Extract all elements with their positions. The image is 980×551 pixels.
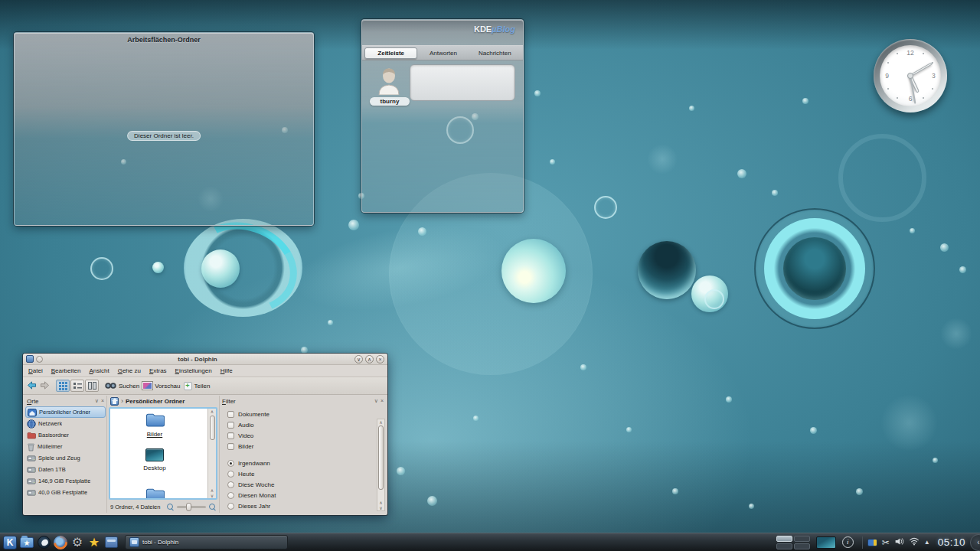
scroll-up-arrow[interactable]: ∧ <box>379 419 382 425</box>
filter-checkbox-dokumente[interactable]: Dokumente <box>227 409 384 419</box>
maximize-button[interactable]: ∧ <box>365 355 374 364</box>
klipper-scissors-icon[interactable]: ✂ <box>882 538 890 547</box>
filemanager-launcher[interactable] <box>103 535 119 550</box>
menu-einstellungen[interactable]: Einstellungen <box>175 367 212 374</box>
window-menu-button[interactable] <box>36 356 43 363</box>
places-float-button[interactable]: ∨ <box>95 398 99 404</box>
places-item-spiele-und-zeug[interactable]: Spiele und Zeug <box>25 452 106 464</box>
tray-app-icon[interactable] <box>867 539 877 546</box>
forward-button[interactable] <box>40 381 50 391</box>
menu-ansicht[interactable]: Ansicht <box>89 367 109 374</box>
zoom-in-icon[interactable] <box>209 504 216 510</box>
places-item-basisordner[interactable]: Basisordner <box>25 429 106 441</box>
places-item-festplatte-40[interactable]: 40,0 GiB Festplatte <box>25 487 106 498</box>
notifications-icon[interactable]: i <box>842 536 854 548</box>
radio[interactable] <box>227 492 234 499</box>
pager-desktop-1[interactable] <box>776 536 792 542</box>
checkbox[interactable] <box>227 443 234 450</box>
checkbox[interactable] <box>227 411 234 418</box>
minimize-button[interactable]: ∨ <box>354 355 363 364</box>
pager-desktop-2[interactable] <box>794 536 810 542</box>
scroll-up-arrow[interactable]: ∧ <box>211 409 214 414</box>
kstars-launcher[interactable]: ★ <box>87 535 102 550</box>
kmenu-launcher[interactable]: K <box>2 535 18 550</box>
filter-scrollbar[interactable]: ∧ ∧ ∨ <box>377 419 385 511</box>
analog-clock-widget[interactable]: 12 3 6 9 <box>874 39 947 112</box>
zoom-out-icon[interactable] <box>167 504 174 510</box>
tab-nachrichten[interactable]: Nachrichten <box>469 48 521 58</box>
checkbox[interactable] <box>227 432 234 439</box>
icons-view-button[interactable] <box>56 380 70 392</box>
radio[interactable] <box>227 503 234 510</box>
tray-expand-icon[interactable]: ▲ <box>924 539 930 546</box>
places-item-daten-1tb[interactable]: Daten 1TB <box>25 464 106 475</box>
search-button[interactable]: Suchen <box>105 382 139 390</box>
file-view[interactable]: Bilder Desktop ∧ ∧ ∨ <box>109 407 217 500</box>
clock-number-3: 3 <box>932 72 936 80</box>
radio[interactable] <box>227 471 234 478</box>
network-wifi-icon[interactable] <box>909 536 920 549</box>
desktop-preview-thumbnail[interactable] <box>816 536 836 549</box>
filter-checkbox-audio[interactable]: Audio <box>227 419 384 430</box>
menu-hilfe[interactable]: Hilfe <box>220 367 233 374</box>
task-button-dolphin[interactable]: tobi - Dolphin <box>125 535 288 549</box>
fileview-scrollbar[interactable]: ∧ ∧ ∨ <box>207 409 216 498</box>
menu-bearbeiten[interactable]: Bearbeiten <box>51 367 81 374</box>
message-input[interactable] <box>410 64 515 101</box>
radio-selected[interactable] <box>227 460 234 467</box>
places-item-muelleimer[interactable]: Mülleimer <box>25 441 106 452</box>
back-button[interactable] <box>27 381 37 391</box>
preview-button[interactable]: Vorschau <box>142 382 180 390</box>
columns-view-button[interactable] <box>85 380 99 392</box>
checkbox[interactable] <box>227 422 234 429</box>
breadcrumb-root[interactable]: Persönlicher Ordner <box>126 398 185 405</box>
scroll-down-arrow[interactable]: ∨ <box>211 493 214 498</box>
filter-radio-dieses-jahr[interactable]: Dieses Jahr <box>227 500 384 511</box>
pager-desktop-3[interactable] <box>776 543 792 549</box>
filter-radio-diesen-monat[interactable]: Diesen Monat <box>227 490 384 500</box>
scroll-up-arrow2[interactable]: ∧ <box>379 500 382 505</box>
scroll-thumb[interactable] <box>378 425 384 490</box>
pager-desktop-4[interactable] <box>794 543 810 549</box>
systemsettings-launcher[interactable]: ⚙ <box>70 535 85 550</box>
scroll-thumb[interactable] <box>210 416 215 440</box>
details-view-button[interactable] <box>70 380 84 392</box>
filter-checkbox-video[interactable]: Video <box>227 430 384 441</box>
zoom-slider[interactable] <box>177 506 206 508</box>
zoom-slider-handle[interactable] <box>186 503 191 511</box>
file-item-clipped[interactable] <box>110 487 199 500</box>
file-item-bilder[interactable]: Bilder <box>110 412 199 438</box>
folder-view-empty-label: Dieser Ordner ist leer. <box>127 131 201 141</box>
filter-float-button[interactable]: ∨ <box>374 398 378 404</box>
panel-cashew[interactable]: ‹ <box>970 534 980 551</box>
menu-extras[interactable]: Extras <box>149 367 167 374</box>
places-item-festplatte-146[interactable]: 146,9 GiB Festplatte <box>25 475 106 487</box>
scroll-down-arrow[interactable]: ∨ <box>379 505 382 510</box>
file-item-desktop[interactable]: Desktop <box>110 448 199 471</box>
menu-gehe-zu[interactable]: Gehe zu <box>118 367 141 374</box>
share-button[interactable]: + Teilen <box>184 382 211 390</box>
places-item-netzwerk[interactable]: Netzwerk <box>25 418 106 429</box>
bubble <box>940 318 972 350</box>
places-item-persoenlicher-ordner[interactable]: Persönlicher Ordner <box>25 406 106 418</box>
folder-view-widget[interactable]: Arbeitsflächen-Ordner Dieser Ordner ist … <box>14 32 314 226</box>
filter-radio-heute[interactable]: Heute <box>227 468 384 479</box>
volume-icon[interactable] <box>894 536 904 549</box>
places-close-button[interactable]: × <box>101 398 104 404</box>
tab-zeitleiste[interactable]: Zeitleiste <box>364 47 417 59</box>
scroll-up-arrow2[interactable]: ∧ <box>211 487 214 493</box>
firefox-launcher[interactable] <box>53 535 68 550</box>
breadcrumb-home-icon[interactable] <box>110 397 119 406</box>
tab-antworten[interactable]: Antworten <box>417 48 469 58</box>
amarok-launcher[interactable] <box>36 535 51 550</box>
filter-checkbox-bilder[interactable]: Bilder <box>227 441 384 452</box>
titlebar[interactable]: tobi - Dolphin ∨ ∧ × <box>23 354 387 365</box>
menu-datei[interactable]: Datei <box>28 367 43 374</box>
filter-close-button[interactable]: × <box>381 398 384 404</box>
digital-clock[interactable]: 05:10 <box>938 536 965 548</box>
filter-radio-irgendwann[interactable]: Irgendwann <box>227 458 384 468</box>
filter-radio-diese-woche[interactable]: Diese Woche <box>227 479 384 490</box>
bookmarks-launcher[interactable]: ★ <box>19 535 34 550</box>
radio[interactable] <box>227 481 234 488</box>
close-button[interactable]: × <box>376 355 384 364</box>
